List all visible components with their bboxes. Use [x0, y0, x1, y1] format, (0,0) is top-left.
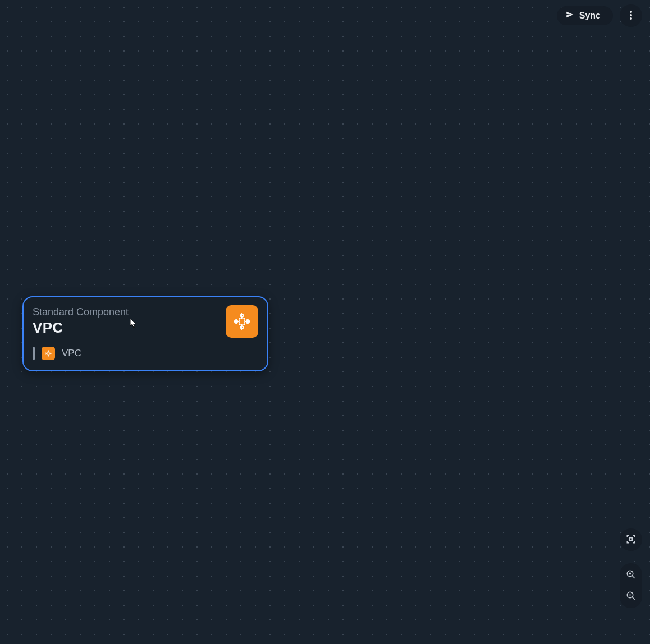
zoom-in-icon: [626, 569, 636, 581]
zoom-in-button[interactable]: [620, 564, 642, 586]
sync-button[interactable]: Sync: [557, 6, 613, 25]
svg-rect-3: [239, 319, 245, 324]
frame-fit-icon: [626, 534, 636, 546]
top-toolbar: Sync: [557, 4, 642, 27]
resource-label: VPC: [62, 348, 81, 359]
more-button[interactable]: [620, 4, 642, 27]
svg-point-2: [630, 17, 632, 20]
card-header: Standard Component VPC: [33, 305, 258, 338]
view-controls: [620, 528, 642, 608]
status-indicator: [33, 347, 35, 360]
sync-button-label: Sync: [579, 11, 601, 21]
more-vertical-icon: [630, 11, 632, 21]
svg-rect-5: [630, 537, 633, 540]
zoom-out-button[interactable]: [620, 586, 642, 607]
fit-view-button[interactable]: [620, 528, 642, 551]
svg-point-1: [630, 14, 632, 16]
svg-point-0: [630, 11, 632, 13]
card-header-text: Standard Component VPC: [33, 305, 129, 337]
zoom-controls: [620, 563, 642, 608]
component-card-vpc[interactable]: Standard Component VPC: [22, 296, 268, 371]
paper-plane-icon: [566, 11, 574, 21]
svg-rect-4: [47, 352, 49, 355]
vpc-icon: [226, 305, 258, 338]
vpc-icon: [42, 347, 55, 360]
zoom-out-icon: [626, 591, 636, 602]
card-title: VPC: [33, 319, 129, 337]
card-footer: VPC: [33, 347, 258, 360]
card-subtitle: Standard Component: [33, 306, 129, 318]
